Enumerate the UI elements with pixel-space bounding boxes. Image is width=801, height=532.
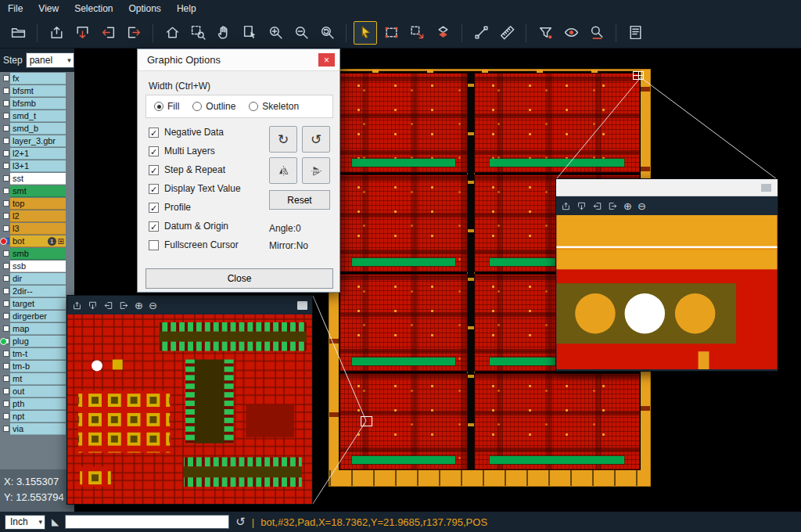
layer-visibility-checkbox[interactable] [3, 363, 9, 369]
layer-name[interactable]: npt [10, 411, 66, 422]
layer-name[interactable]: tm-t [10, 348, 66, 360]
layer-name[interactable]: sst [10, 173, 66, 185]
reset-button[interactable]: Reset [269, 190, 330, 210]
layer-row-tm-b[interactable]: tm-b [0, 361, 66, 372]
import-right-icon[interactable] [608, 201, 618, 211]
import-bottom-icon[interactable] [88, 300, 98, 311]
layer-name[interactable]: 2dir-- [10, 286, 66, 297]
layer-visibility-checkbox[interactable] [3, 350, 9, 357]
layer-name[interactable]: via [10, 423, 66, 435]
layer-visibility-checkbox[interactable] [3, 300, 9, 307]
zoom-in-icon[interactable]: ⊕ [135, 300, 143, 311]
layer-visibility-checkbox[interactable] [3, 150, 9, 156]
option-negative-data[interactable]: ✓Negative Data [149, 126, 241, 138]
layer-visibility-checkbox[interactable] [3, 313, 9, 319]
rect-select-button[interactable] [379, 21, 403, 45]
snap-mode-icon[interactable]: ◣ [52, 516, 59, 527]
layer-name[interactable]: top [10, 198, 66, 210]
layer-name[interactable]: smd_b [10, 123, 66, 135]
layer-row-smd_t[interactable]: smd_t [0, 110, 66, 122]
menu-item-options[interactable]: Options [121, 1, 169, 16]
window-button[interactable] [761, 184, 771, 192]
import-left-icon[interactable] [103, 300, 113, 311]
layer-name[interactable]: target [10, 298, 66, 310]
import-bottom-button[interactable] [70, 21, 94, 45]
layer-visibility-checkbox[interactable] [3, 213, 9, 219]
pointer-tool-button[interactable] [354, 21, 377, 45]
fill-mode-outline[interactable]: Outline [192, 101, 235, 112]
layer-row-bfsmt[interactable]: bfsmt [0, 85, 66, 97]
layer-visibility-checkbox[interactable] [3, 138, 9, 144]
zoom-previous-button[interactable] [315, 21, 339, 45]
transform-button[interactable] [405, 21, 429, 45]
layer-visibility-checkbox[interactable] [3, 88, 9, 94]
import-top-icon[interactable] [72, 300, 82, 311]
layer-name[interactable]: smd_t [10, 110, 66, 122]
layer-row-fx[interactable]: fx [0, 73, 66, 84]
layer-row-2dir--[interactable]: 2dir-- [0, 286, 66, 297]
zoom-out-icon[interactable]: ⊖ [638, 201, 646, 211]
layer-row-map[interactable]: map [0, 323, 66, 335]
layer-row-dir[interactable]: dir [0, 273, 66, 285]
layer-name[interactable]: layer_3.gbr [10, 135, 66, 147]
page-select-button[interactable] [238, 21, 261, 45]
layer-visibility-checkbox[interactable] [3, 426, 9, 432]
measure-line-button[interactable] [469, 21, 493, 45]
layer-row-plug[interactable]: plug [0, 336, 66, 347]
layer-row-top[interactable]: top [0, 198, 66, 210]
layer-row-out[interactable]: out [0, 386, 66, 397]
option-profile[interactable]: ✓Profile [149, 201, 241, 214]
layer-row-bfsmb[interactable]: bfsmb [0, 98, 66, 110]
layer-visibility-checkbox[interactable] [3, 275, 9, 282]
compare-layers-button[interactable] [431, 21, 454, 45]
layer-name[interactable]: bfsmt [10, 85, 66, 97]
layer-visibility-checkbox[interactable] [3, 263, 9, 269]
layer-visibility-checkbox[interactable] [3, 175, 9, 182]
layer-row-mt[interactable]: mt [0, 373, 66, 385]
dialog-titlebar[interactable]: Graphic Options × [138, 49, 339, 71]
layer-row-pth[interactable]: pth [0, 398, 66, 410]
mirror-vertical-button[interactable] [302, 157, 330, 184]
open-file-button[interactable] [6, 21, 30, 45]
layer-name[interactable]: out [10, 386, 66, 397]
layer-name[interactable]: l2+1 [10, 148, 66, 160]
layer-row-l2+1[interactable]: l2+1 [0, 148, 66, 160]
layer-visibility-checkbox[interactable] [3, 325, 9, 332]
layer-row-smt[interactable]: smt [0, 185, 66, 197]
layer-name[interactable]: plug [10, 336, 66, 347]
window-button[interactable] [297, 301, 307, 310]
layer-name[interactable]: dir [10, 273, 66, 285]
zoom-window-button[interactable] [186, 21, 210, 45]
command-input[interactable] [65, 515, 229, 529]
zoom-out-button[interactable] [289, 21, 313, 45]
layer-name[interactable]: smb [10, 248, 66, 260]
layer-name[interactable]: ssb [10, 261, 66, 272]
layer-visibility-checkbox[interactable] [3, 401, 9, 407]
pan-button[interactable] [212, 21, 235, 45]
layer-visibility-checkbox[interactable] [3, 125, 9, 131]
layer-name[interactable]: fx [10, 73, 66, 84]
layer-row-npt[interactable]: npt [0, 411, 66, 422]
import-top-button[interactable] [45, 21, 68, 45]
layer-name[interactable]: bot1⊞ [10, 235, 66, 247]
option-datum-origin[interactable]: ✓Datum & Origin [149, 220, 241, 232]
layer-visibility-checkbox[interactable] [3, 388, 9, 394]
layer-row-smb[interactable]: smb [0, 248, 66, 260]
layer-visibility-checkbox[interactable] [3, 100, 9, 106]
menu-item-view[interactable]: View [31, 1, 66, 16]
layer-row-l2[interactable]: l2 [0, 210, 66, 222]
fill-mode-skeleton[interactable]: Skeleton [249, 101, 299, 112]
fill-mode-fill[interactable]: Fill [154, 101, 179, 112]
unit-select[interactable]: Inch ▾ [5, 515, 45, 530]
layer-row-smd_b[interactable]: smd_b [0, 123, 66, 135]
rotate-ccw-button[interactable]: ↺ [302, 126, 330, 153]
home-button[interactable] [160, 21, 184, 45]
step-select[interactable]: panel ▾ [26, 52, 74, 68]
layer-name[interactable]: mt [10, 373, 66, 385]
report-button[interactable] [623, 21, 647, 45]
highlight-button[interactable] [559, 21, 583, 45]
layer-visibility-checkbox[interactable] [3, 376, 9, 382]
find-button[interactable] [585, 21, 609, 45]
layer-row-via[interactable]: via [0, 423, 66, 435]
layer-visibility-checkbox[interactable] [3, 288, 9, 294]
